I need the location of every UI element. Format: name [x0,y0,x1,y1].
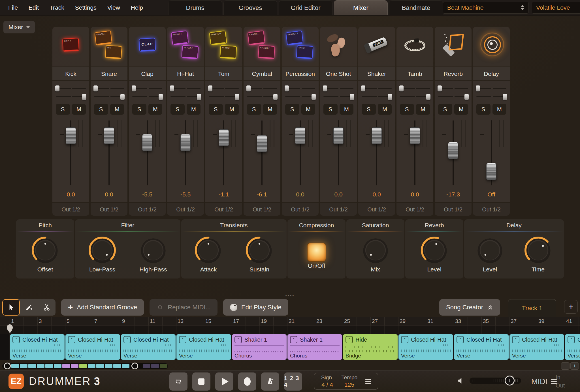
menu-item-settings[interactable]: Settings [70,0,102,15]
channel-send-slider[interactable] [170,86,201,90]
block-chevron-button[interactable]: ⌃ [512,336,519,343]
slider-handle[interactable] [235,94,239,100]
fader-handle[interactable] [372,127,382,144]
mute-button[interactable]: M [301,104,315,115]
channel-instrument-display[interactable]: CRASH 1 CRASH 2 [244,27,280,67]
slider-handle[interactable] [426,94,430,100]
channel-pan-slider[interactable] [247,95,277,99]
playhead-marker[interactable] [7,324,13,333]
channel-instrument-display[interactable]: CLAP [129,27,166,67]
volume-fader[interactable] [93,118,125,189]
midi-indicator[interactable]: MIDI [531,377,557,386]
mute-button[interactable]: M [72,104,86,115]
solo-button[interactable]: S [400,104,414,115]
menu-item-track[interactable]: Track [44,0,70,15]
channel-send-slider[interactable] [56,86,86,90]
fader-handle[interactable] [180,134,191,151]
slider-handle[interactable] [246,85,251,91]
volume-fader[interactable] [55,118,86,189]
volume-slider[interactable] [470,378,521,384]
song-creator-button[interactable]: Song Creator [439,299,500,316]
mute-button[interactable]: M [492,104,507,115]
output-routing[interactable]: Out 1/2 [205,203,242,216]
volume-fader[interactable] [323,118,354,189]
solo-button[interactable]: S [285,104,299,115]
output-routing[interactable]: Out 1/2 [435,203,472,216]
tab-grid-editor[interactable]: Grid Editor [279,0,332,15]
channel-instrument-display[interactable] [320,27,357,67]
channel-send-slider[interactable] [400,86,430,90]
output-routing[interactable]: Out 1/2 [167,203,204,216]
track-tab[interactable]: Track 1 [508,299,556,318]
slider-handle[interactable] [476,85,480,91]
fader-handle[interactable] [333,127,344,144]
channel-pan-slider[interactable] [476,95,506,99]
zoom-in-button[interactable]: + [570,362,579,370]
volume-fader[interactable] [208,118,239,189]
panel-resize-grip[interactable]: •••• [285,293,295,298]
channel-send-slider[interactable] [476,86,506,90]
solo-button[interactable]: S [209,104,223,115]
volume-fader[interactable] [361,118,392,189]
solo-button[interactable]: S [170,104,185,115]
solo-button[interactable]: S [476,104,491,115]
slider-handle[interactable] [159,94,163,100]
add-track-button[interactable]: + [564,300,578,314]
fx-knob-control[interactable] [515,235,561,265]
groove-block-ride[interactable]: ⌃ Ride Bridge [343,334,398,360]
channel-pan-slider[interactable] [132,95,162,99]
block-chevron-button[interactable]: ⌃ [234,336,242,343]
menu-item-help[interactable]: Help [125,0,148,15]
channel-send-slider[interactable] [247,86,277,90]
mute-button[interactable]: M [263,104,277,115]
fx-knob-control[interactable] [80,235,125,265]
groove-block-closed-hi-hat[interactable]: ⌃ Closed Hi-Hat Verse [121,334,176,360]
fader-handle[interactable] [486,163,496,180]
output-routing[interactable]: Out 1/2 [282,203,319,216]
output-routing[interactable]: Out 1/2 [91,203,127,216]
block-chevron-button[interactable]: ⌃ [68,336,75,343]
channel-instrument-display[interactable]: SNARE 1 RIM [91,27,127,67]
mute-button[interactable]: M [110,104,124,115]
timeline-ruler[interactable]: 1357911131517192123252729313335373941 [0,317,580,334]
volume-slider-handle[interactable] [505,376,515,385]
menu-item-edit[interactable]: Edit [23,0,44,15]
groove-preset-select[interactable]: Volatile Love [532,2,580,14]
fader-handle[interactable] [104,127,114,144]
output-routing[interactable]: Out 1/2 [129,203,166,216]
slider-handle[interactable] [323,85,327,91]
loop-button[interactable] [169,372,187,391]
mute-button[interactable]: M [340,104,354,115]
fx-knob-control[interactable] [186,235,231,265]
fx-knob-control[interactable] [131,235,176,265]
channel-pan-slider[interactable] [323,95,353,99]
block-chevron-button[interactable]: ⌃ [401,336,408,343]
channel-name[interactable]: Percussion [282,67,319,80]
block-chevron-button[interactable]: ⌃ [179,336,186,343]
fader-handle[interactable] [66,127,76,144]
channel-name[interactable]: Tamb [396,67,433,80]
channel-send-slider[interactable] [323,86,353,90]
slider-handle[interactable] [93,85,98,91]
record-button[interactable] [238,372,256,391]
groove-block-closed-hi-hat[interactable]: ⌃ Closed Hi-Hat Verse [176,334,231,360]
slider-handle[interactable] [361,85,365,91]
groove-block-closed-hi-hat[interactable]: ⌃ Closed Hi-Hat Verse [65,334,120,360]
slider-handle[interactable] [120,94,125,100]
groove-block-shaker-1[interactable]: ⌃ Shaker 1 Chorus [287,334,342,360]
stop-button[interactable] [192,372,210,391]
solo-button[interactable]: S [132,104,146,115]
fader-handle[interactable] [410,127,420,144]
mute-button[interactable]: M [187,104,201,115]
block-chevron-button[interactable]: ⌃ [568,336,575,343]
slider-handle[interactable] [503,94,507,100]
minimap-start-handle[interactable] [4,363,11,369]
channel-name[interactable]: Hi-Hat [167,67,204,80]
volume-fader[interactable] [246,118,278,189]
channel-pan-slider[interactable] [170,95,201,99]
tempo-menu-icon[interactable] [365,379,371,384]
groove-block-closed-hi-hat[interactable]: ⌃ Closed Hi-Hat Verse [565,334,580,360]
block-chevron-button[interactable]: ⌃ [346,336,353,343]
slider-handle[interactable] [388,94,392,100]
slider-handle[interactable] [350,94,354,100]
